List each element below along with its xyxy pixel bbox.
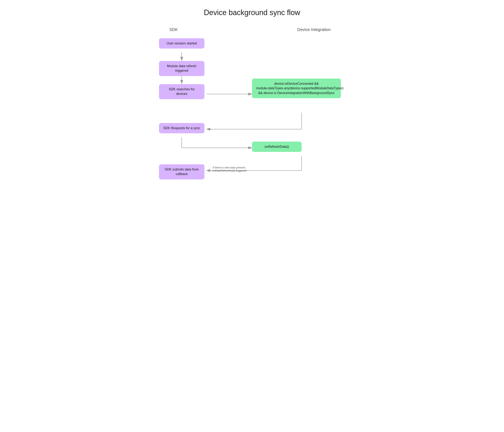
diagram-title: Device background sync flow <box>159 8 345 17</box>
device-condition-node: device.isDeviceConnected && module.dataT… <box>252 79 341 98</box>
diagram-container: Device background sync flow SDK Device I… <box>159 8 345 193</box>
device-column-label: Device Integration <box>297 27 331 32</box>
sdk-searches-node: SDK searches for devices <box>159 84 205 99</box>
flow-area: User session started Module data refresh… <box>159 38 345 193</box>
sdk-requests-node: SDK Requests for a sync <box>159 123 205 133</box>
on-refresh-node: onRefreshData() <box>252 142 302 152</box>
sdk-submits-node: SDK submits data from callback <box>159 164 205 180</box>
module-refresh-node: Module data refresh triggered <box>159 61 205 76</box>
sdk-column-label: SDK <box>169 27 178 32</box>
user-session-node: User session started <box>159 38 205 49</box>
columns-header: SDK Device Integration <box>159 27 345 32</box>
connector-label: If there is new data present, onDataRefr… <box>207 166 252 172</box>
